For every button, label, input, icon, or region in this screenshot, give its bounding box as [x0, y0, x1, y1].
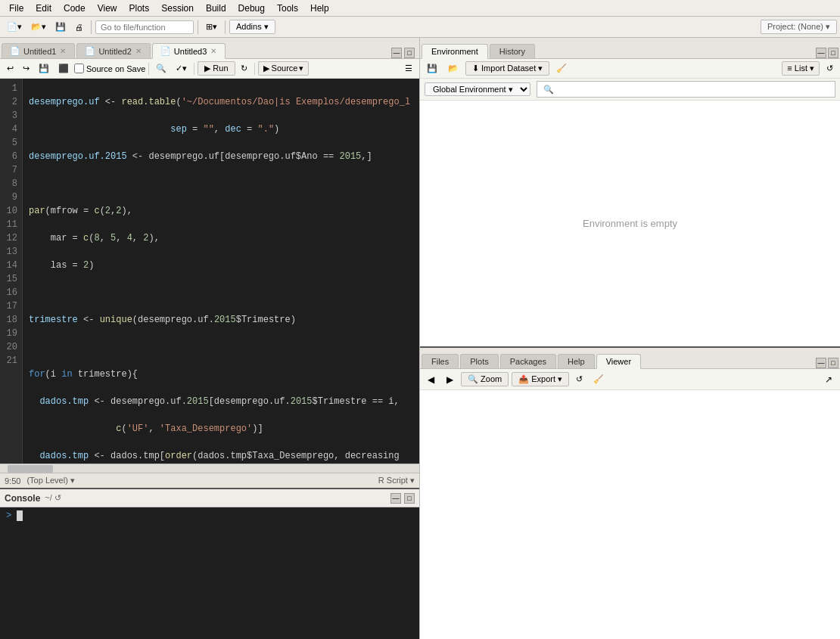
env-load-button[interactable]: 📂 — [444, 62, 462, 75]
menu-build[interactable]: Build — [200, 2, 232, 15]
editor-tab-bar: 📄 Untitled1 ✕ 📄 Untitled2 ✕ 📄 Untitled3 … — [0, 38, 419, 59]
save-button[interactable]: 💾 — [51, 20, 70, 34]
menu-plots[interactable]: Plots — [123, 2, 156, 15]
source-on-save-label: Source on Save — [86, 64, 145, 73]
search-button[interactable]: 🔍 — [152, 62, 170, 75]
close-tab-2[interactable]: ✕ — [135, 47, 142, 55]
editor-options-button[interactable]: ☰ — [401, 62, 416, 75]
editor-scrollbar-h[interactable] — [0, 464, 419, 473]
console-subtitle: ~/ ↺ — [45, 493, 61, 503]
env-clear-button[interactable]: 🧹 — [552, 62, 571, 75]
env-search-input[interactable] — [537, 81, 835, 98]
tab-help[interactable]: Help — [558, 354, 595, 368]
save-editor-button[interactable]: 💾 — [35, 62, 53, 75]
global-env-bar: Global Environment ▾ — [420, 79, 840, 101]
forward-button[interactable]: ▶ — [442, 372, 458, 387]
undo-button[interactable]: ↩ — [3, 62, 17, 75]
source-on-save-checkbox[interactable] — [74, 64, 84, 73]
addins-button[interactable]: Addins ▾ — [229, 20, 275, 34]
code-editor[interactable]: 12345 678910 1112131415 1617181920 21 de… — [0, 79, 419, 464]
menubar: File Edit Code View Plots Session Build … — [0, 0, 840, 17]
menu-help[interactable]: Help — [304, 2, 335, 15]
export-button[interactable]: 📤 Export ▾ — [512, 372, 569, 386]
environment-selector[interactable]: Global Environment ▾ — [425, 82, 530, 96]
env-refresh-button[interactable]: ↺ — [823, 62, 837, 75]
maximize-console-button[interactable]: □ — [404, 493, 415, 504]
toolbar-separator-2 — [198, 20, 198, 34]
code-content[interactable]: desemprego.uf <- read.table('~/Documento… — [23, 79, 419, 464]
editor-sep-1 — [148, 63, 149, 75]
tab-environment[interactable]: Environment — [422, 44, 488, 59]
maximize-files-button[interactable]: □ — [828, 358, 838, 368]
console-content[interactable]: > — [0, 507, 419, 639]
minimize-editor-button[interactable]: — — [391, 48, 402, 58]
script-type[interactable]: R Script ▾ — [378, 476, 415, 485]
console-window-buttons: — □ — [390, 493, 415, 504]
files-window-buttons: — □ — [816, 358, 838, 368]
env-empty-message: Environment is empty — [420, 101, 840, 346]
minimize-env-button[interactable]: — — [816, 48, 826, 58]
tab-files[interactable]: Files — [422, 354, 459, 368]
console-title: Console — [5, 493, 40, 504]
source-button[interactable]: ▶ Source ▾ — [258, 61, 310, 76]
files-tab-bar: Files Plots Packages Help Viewer — □ — [420, 348, 840, 369]
tab-packages[interactable]: Packages — [500, 354, 556, 368]
viewer-popout-button[interactable]: ↗ — [820, 372, 837, 387]
knit-button[interactable]: ⬛ — [54, 62, 73, 75]
list-button[interactable]: ≡ List ▾ — [782, 61, 820, 76]
spellcheck-button[interactable]: ✓▾ — [172, 62, 191, 75]
back-button[interactable]: ◀ — [423, 372, 439, 387]
left-panel: 📄 Untitled1 ✕ 📄 Untitled2 ✕ 📄 Untitled3 … — [0, 38, 420, 639]
maximize-env-button[interactable]: □ — [828, 48, 838, 58]
tab-history[interactable]: History — [490, 44, 535, 58]
grid-button[interactable]: ⊞▾ — [202, 20, 221, 34]
maximize-editor-button[interactable]: □ — [404, 48, 415, 58]
editor-tab-untitled1[interactable]: 📄 Untitled1 ✕ — [2, 43, 75, 58]
env-save-button[interactable]: 💾 — [423, 62, 441, 75]
new-script-button[interactable]: 📄▾ — [3, 20, 26, 34]
menu-session[interactable]: Session — [155, 2, 200, 15]
main-toolbar: 📄▾ 📂▾ 💾 🖨 ⊞▾ Addins ▾ Project: (None) ▾ — [0, 17, 840, 38]
menu-code[interactable]: Code — [58, 2, 92, 15]
project-label[interactable]: Project: (None) ▾ — [761, 20, 837, 34]
files-plots-panel: Files Plots Packages Help Viewer — □ ◀ ▶… — [420, 348, 840, 639]
env-history-panel: Environment History — □ 💾 📂 ⬇ Import Dat… — [420, 38, 840, 348]
scope-selector[interactable]: (Top Level) ▾ — [26, 476, 74, 485]
menu-view[interactable]: View — [92, 2, 123, 15]
redo-button[interactable]: ↪ — [19, 62, 33, 75]
console-panel: Console ~/ ↺ — □ > — [0, 488, 419, 639]
line-numbers: 12345 678910 1112131415 1617181920 21 — [0, 79, 23, 464]
env-tab-bar: Environment History — □ — [420, 38, 840, 59]
refresh-viewer-button[interactable]: ↺ — [572, 373, 586, 386]
import-dataset-button[interactable]: ⬇ Import Dataset ▾ — [465, 61, 549, 76]
env-window-buttons: — □ — [816, 48, 838, 58]
editor-tab-untitled3[interactable]: 📄 Untitled3 ✕ — [152, 43, 226, 59]
editor-toolbar: ↩ ↪ 💾 ⬛ Source on Save 🔍 ✓▾ ▶ Run ↻ ▶ So… — [0, 59, 419, 79]
tab-viewer[interactable]: Viewer — [596, 354, 641, 369]
goto-file-input[interactable] — [95, 20, 194, 34]
editor-tab-untitled2[interactable]: 📄 Untitled2 ✕ — [76, 43, 150, 58]
scrollbar-thumb[interactable] — [8, 465, 53, 473]
toolbar-separator-1 — [91, 20, 92, 34]
run-button[interactable]: ▶ Run — [198, 61, 235, 76]
env-toolbar: 💾 📂 ⬇ Import Dataset ▾ 🧹 ≡ List ▾ ↺ — [420, 59, 840, 79]
cursor-position: 9:50 — [5, 476, 20, 485]
close-tab-1[interactable]: ✕ — [59, 47, 67, 55]
menu-file[interactable]: File — [3, 2, 30, 15]
menu-debug[interactable]: Debug — [232, 2, 271, 15]
minimize-console-button[interactable]: — — [390, 493, 401, 504]
clear-viewer-button[interactable]: 🧹 — [590, 373, 608, 386]
tab-plots[interactable]: Plots — [460, 354, 498, 368]
close-tab-3[interactable]: ✕ — [210, 47, 217, 55]
editor-area: 📄 Untitled1 ✕ 📄 Untitled2 ✕ 📄 Untitled3 … — [0, 38, 419, 488]
print-button[interactable]: 🖨 — [71, 20, 87, 34]
menu-tools[interactable]: Tools — [271, 2, 304, 15]
open-button[interactable]: 📂▾ — [27, 20, 50, 34]
zoom-button[interactable]: 🔍 Zoom — [461, 372, 509, 386]
editor-statusbar: 9:50 (Top Level) ▾ R Script ▾ — [0, 473, 419, 488]
minimize-files-button[interactable]: — — [816, 358, 826, 368]
main-layout: 📄 Untitled1 ✕ 📄 Untitled2 ✕ 📄 Untitled3 … — [0, 38, 840, 639]
rerun-button[interactable]: ↻ — [237, 62, 251, 75]
menu-edit[interactable]: Edit — [30, 2, 58, 15]
console-titlebar: Console ~/ ↺ — □ — [0, 489, 419, 507]
